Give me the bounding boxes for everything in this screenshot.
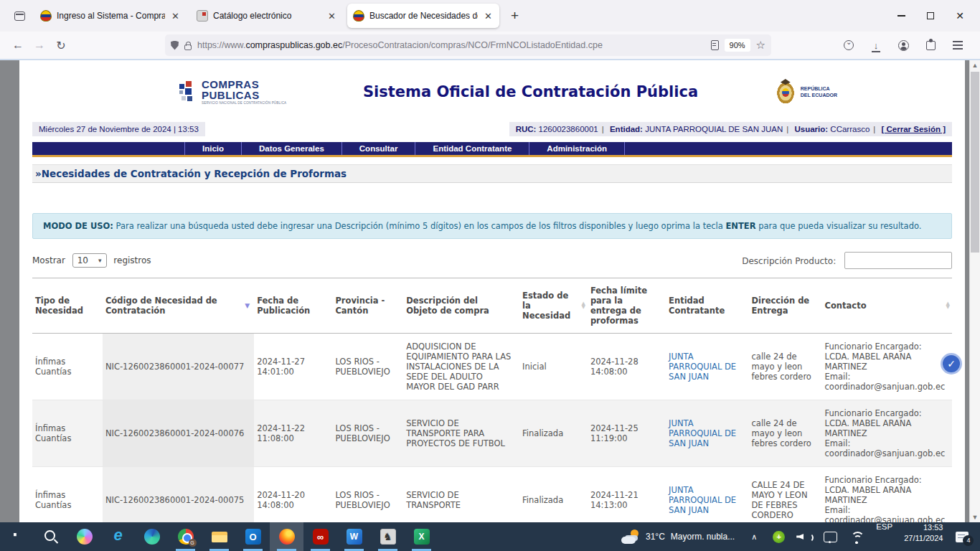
taskbar-firefox-icon[interactable] <box>270 522 303 551</box>
sort-icon[interactable]: ▲▼ <box>946 302 950 309</box>
pocket-icon[interactable] <box>844 40 854 50</box>
tab-close-icon[interactable]: ✕ <box>483 11 494 22</box>
volume-icon[interactable] <box>796 529 811 545</box>
taskbar-chrome-icon[interactable] <box>169 522 202 551</box>
new-tab-button[interactable]: + <box>511 8 519 24</box>
close-window-button[interactable]: ✕ <box>956 10 964 22</box>
taskbar-clock[interactable]: 13:53 27/11/2024 <box>904 522 943 551</box>
nav-administracion[interactable]: Administración <box>529 142 625 155</box>
maximize-button[interactable] <box>927 12 934 19</box>
scroll-down-arrow[interactable]: ▼ <box>970 514 980 521</box>
tab-title: Ingreso al Sistema - Compras P <box>57 11 165 21</box>
column-header[interactable]: Código de Necesidad de Contratación▼ <box>103 278 254 334</box>
column-header[interactable]: Entidad Contratante <box>666 278 748 334</box>
tab-title: Catálogo electrónico <box>213 11 321 21</box>
url-bar[interactable]: https://www.compraspublicas.gob.ec/Proce… <box>165 34 771 56</box>
column-header[interactable]: Contacto▲▼ <box>822 278 952 334</box>
tab-close-icon[interactable]: ✕ <box>326 11 337 22</box>
column-header[interactable]: Fecha límite para la entrega de proforma… <box>588 278 666 334</box>
tab-close-icon[interactable]: ✕ <box>170 11 181 22</box>
nav-inicio[interactable]: Inicio <box>184 142 242 155</box>
clock-time: 13:53 <box>904 522 943 533</box>
tab-catalogo[interactable]: Catálogo electrónico ✕ <box>191 4 343 28</box>
ecuador-crest-icon <box>775 80 796 104</box>
explorer-icon <box>212 529 227 545</box>
taskbar-explorer-icon[interactable] <box>202 522 236 551</box>
product-description-input[interactable] <box>844 252 952 269</box>
antivirus-icon[interactable] <box>773 531 785 543</box>
tray-expand-icon[interactable] <box>746 529 762 545</box>
cell-fecha_pub: 2024-11-27 14:01:00 <box>254 334 332 400</box>
wifi-icon[interactable] <box>849 529 864 545</box>
tab-ingreso[interactable]: Ingreso al Sistema - Compras P ✕ <box>34 4 187 28</box>
reload-button[interactable]: ↻ <box>50 39 72 52</box>
weather-text: Mayorm. nubla... <box>671 532 735 542</box>
taskbar-java-icon[interactable] <box>371 522 405 551</box>
scroll-up-arrow[interactable]: ▲ <box>970 62 980 69</box>
taskbar-start-icon[interactable] <box>0 522 34 551</box>
notification-center-button[interactable]: 4 <box>956 532 969 542</box>
taskbar-outlook-icon[interactable] <box>236 522 270 551</box>
column-header[interactable]: Provincia - Cantón <box>332 278 403 334</box>
downloads-icon[interactable]: ↓ <box>871 40 881 51</box>
zoom-level-chip[interactable]: 90% <box>725 39 750 52</box>
taskbar-weather[interactable]: 31°C Mayorm. nubla... <box>621 522 735 551</box>
nav-consultar[interactable]: Consultar <box>342 142 416 155</box>
hamburger-menu-icon[interactable] <box>953 44 963 46</box>
vertical-scrollbar[interactable]: ▲ ▼ <box>969 60 980 522</box>
nav-datos-generales[interactable]: Datos Generales <box>242 142 342 155</box>
cell-fecha_limite: 2024-11-21 14:13:00 <box>588 467 666 523</box>
column-header[interactable]: Fecha de Publicación <box>254 278 332 334</box>
firefox-icon <box>279 529 295 545</box>
cast-icon[interactable] <box>822 529 838 545</box>
ruc-value: 1260023860001 <box>539 125 598 133</box>
cell-entidad[interactable]: JUNTA PARROQUIAL DE SAN JUAN <box>666 334 748 400</box>
taskbar-iexplorer-icon[interactable] <box>101 522 135 551</box>
necesidades-table: Tipo de NecesidadCódigo de Necesidad de … <box>32 278 952 522</box>
taskbar-copilot-icon[interactable] <box>67 522 101 551</box>
tracking-shield-icon[interactable] <box>171 41 179 50</box>
column-header[interactable]: Descripción del Objeto de compra <box>403 278 519 334</box>
taskbar-acrobat-icon[interactable] <box>303 522 337 551</box>
reader-mode-icon[interactable] <box>711 40 719 50</box>
account-icon[interactable] <box>898 40 909 51</box>
taskbar-word-icon[interactable] <box>337 522 371 551</box>
cell-estado: Finalizada <box>519 467 588 523</box>
entity-link[interactable]: JUNTA PARROQUIAL DE SAN JUAN <box>669 485 736 515</box>
minimize-button[interactable] <box>897 15 905 17</box>
cell-contacto: Funcionario Encargado: LCDA. MABEL ARANA… <box>822 334 952 400</box>
java-icon <box>380 529 396 545</box>
entity-label: Entidad: <box>610 125 643 133</box>
clock-date: 27/11/2024 <box>904 533 943 544</box>
column-header[interactable]: Dirección de Entrega <box>749 278 822 334</box>
entity-link[interactable]: JUNTA PARROQUIAL DE SAN JUAN <box>669 418 736 448</box>
page-length-select[interactable]: 10 ▾ <box>72 253 107 268</box>
cell-provincia: LOS RIOS - PUEBLOVIEJO <box>332 467 403 523</box>
chevron-down-icon: ▾ <box>98 257 102 264</box>
firefox-view-icon[interactable] <box>10 6 29 25</box>
column-header[interactable]: Tipo de Necesidad <box>32 278 103 334</box>
back-button[interactable]: ← <box>7 39 29 52</box>
assist-widget-button[interactable]: ✓ <box>941 353 962 375</box>
taskbar-edge-icon[interactable] <box>135 522 169 551</box>
cell-entidad[interactable]: JUNTA PARROQUIAL DE SAN JUAN <box>666 467 748 523</box>
entity-link[interactable]: JUNTA PARROQUIAL DE SAN JUAN <box>669 352 736 382</box>
cell-estado: Finalizada <box>519 400 588 467</box>
taskbar-search-icon[interactable] <box>34 522 67 551</box>
column-header[interactable]: Estado de la Necesidad▲▼ <box>519 278 588 334</box>
language-indicator[interactable]: ESP <box>876 522 892 551</box>
sort-desc-icon[interactable]: ▼ <box>245 302 250 309</box>
taskbar-excel-icon[interactable] <box>405 522 438 551</box>
forward-button[interactable]: → <box>29 39 50 52</box>
cell-entidad[interactable]: JUNTA PARROQUIAL DE SAN JUAN <box>666 400 748 467</box>
window-controls: ✕ <box>897 10 976 22</box>
extensions-icon[interactable] <box>926 41 936 50</box>
nav-entidad-contratante[interactable]: Entidad Contratante <box>415 142 529 155</box>
tab-buscador-active[interactable]: Buscador de Necesidades de Co ✕ <box>347 4 499 28</box>
scrollbar-thumb[interactable] <box>971 72 979 253</box>
excel-icon <box>414 529 430 545</box>
lock-icon[interactable] <box>184 44 192 50</box>
bookmark-star-icon[interactable]: ☆ <box>756 39 765 52</box>
logout-link[interactable]: [ Cerrar Sesión ] <box>882 125 946 133</box>
sort-icon[interactable]: ▲▼ <box>581 302 585 309</box>
